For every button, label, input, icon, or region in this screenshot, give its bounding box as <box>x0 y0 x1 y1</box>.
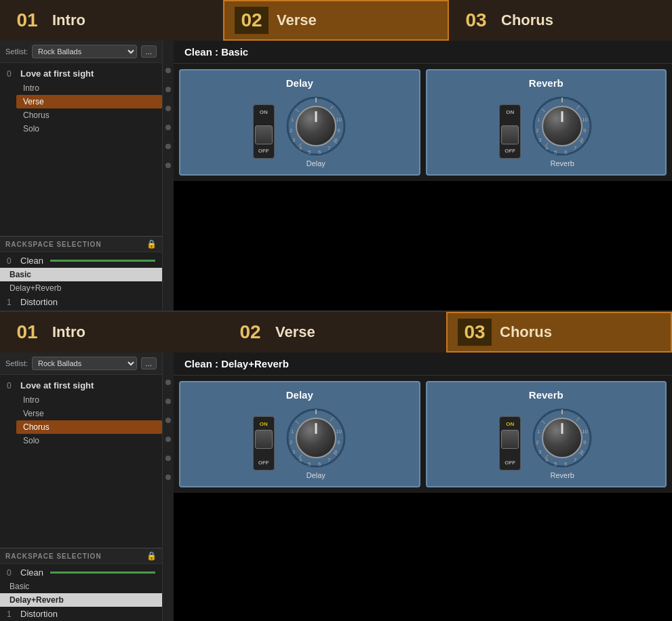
song-list-2: 0 Love at first sight Intro Verse Chorus… <box>0 375 162 450</box>
reverb-knob-2[interactable] <box>542 418 582 458</box>
svg-line-68 <box>537 446 540 447</box>
group-name-1: Clean <box>20 256 43 266</box>
reverb-knob-1[interactable] <box>542 106 582 146</box>
svg-line-70 <box>542 420 545 423</box>
rackspace-label-1: RACKSPACE SELECTION <box>5 241 102 248</box>
reverb-controls-2: ON OFF <box>499 407 593 479</box>
delay-toggle-1[interactable]: ON OFF <box>253 104 275 159</box>
setlist-more-button-1[interactable]: ... <box>141 45 157 58</box>
delay-knob-label-1: Delay <box>307 159 325 167</box>
svg-line-24 <box>537 134 540 136</box>
dot-11 <box>165 456 171 461</box>
part-verse-2[interactable]: 02 Verse <box>223 312 446 353</box>
song-name-2: Love at first sight <box>20 380 94 390</box>
setlist-select-2[interactable]: Rock Ballads <box>32 357 137 370</box>
svg-text:3: 3 <box>292 449 296 455</box>
preset-delay-reverb-1[interactable]: Delay+Reverb <box>0 281 162 295</box>
distortion-group-2: 1 Distortion <box>0 607 162 621</box>
svg-text:9: 9 <box>583 127 587 134</box>
svg-text:10: 10 <box>582 117 588 123</box>
delay-knob-1[interactable] <box>296 106 336 146</box>
toggle-off-text-1: OFF <box>258 148 269 154</box>
part-intro-2[interactable]: 01 Intro <box>0 312 223 353</box>
reverb-toggle-1[interactable]: ON OFF <box>499 104 521 159</box>
delay-toggle-2[interactable]: ON OFF <box>253 416 275 470</box>
song-part-solo-1[interactable]: Solo <box>16 122 162 136</box>
svg-text:7: 7 <box>574 457 577 463</box>
part-name-chorus-2: Chorus <box>500 323 552 341</box>
setlist-more-button-2[interactable]: ... <box>141 357 157 369</box>
part-number-intro-2: 01 <box>10 319 44 346</box>
song-part-intro-2[interactable]: Intro <box>16 393 162 407</box>
reverb-toggle-2[interactable]: ON OFF <box>499 416 521 470</box>
group-num-2: 0 <box>7 568 16 578</box>
delay-module-2: Delay ON OFF <box>179 381 420 487</box>
lock-icon-2: 🔒 <box>146 551 157 561</box>
setlist-label-1: Setlist: <box>5 47 28 56</box>
song-part-solo-2[interactable]: Solo <box>16 434 162 447</box>
part-intro-1[interactable]: 01 Intro <box>0 0 223 41</box>
left-dots-1 <box>163 41 174 310</box>
group-num-1: 0 <box>7 256 16 266</box>
dot-1 <box>165 68 171 73</box>
delay-controls-1: ON OFF <box>253 96 347 167</box>
svg-text:10: 10 <box>582 428 588 435</box>
svg-text:10: 10 <box>336 428 342 435</box>
dot-8 <box>165 399 171 404</box>
group-bar-2 <box>50 572 155 574</box>
panel-2: 01 Intro 02 Verse 03 Chorus Setlist: Roc… <box>0 312 672 621</box>
delay-knob-2[interactable] <box>296 418 336 458</box>
song-part-verse-1[interactable]: Verse <box>16 95 162 108</box>
svg-text:3: 3 <box>538 137 542 143</box>
svg-text:6: 6 <box>564 149 568 155</box>
song-part-chorus-1[interactable]: Chorus <box>16 108 162 122</box>
svg-text:8: 8 <box>334 449 338 455</box>
svg-text:6: 6 <box>318 149 321 155</box>
part-name-intro-1: Intro <box>52 12 85 29</box>
reverb-toggle-on-text-1: ON <box>506 109 514 115</box>
song-part-intro-1[interactable]: Intro <box>16 81 162 95</box>
delay-toggle-on-2: ON <box>260 421 268 427</box>
svg-text:1: 1 <box>291 428 294 435</box>
preset-delay-reverb-2[interactable]: Delay+Reverb <box>0 593 162 607</box>
song-parts-2: Intro Verse Chorus Solo <box>0 393 162 447</box>
preset-basic-2[interactable]: Basic <box>0 580 162 593</box>
svg-text:8: 8 <box>580 137 584 143</box>
song-part-chorus-2[interactable]: Chorus <box>16 420 162 434</box>
part-chorus-1[interactable]: 03 Chorus <box>449 0 672 41</box>
svg-text:7: 7 <box>328 145 331 151</box>
part-number-1: 01 <box>10 7 44 34</box>
svg-line-28 <box>566 100 567 103</box>
svg-line-27 <box>553 100 555 104</box>
delay-knob-label-2: Delay <box>307 471 325 479</box>
svg-text:4: 4 <box>299 457 302 463</box>
svg-line-51 <box>330 417 333 420</box>
delay-knob-outer-1: 1 2 3 4 5 6 7 8 9 10 <box>285 96 347 157</box>
part-name-intro-2: Intro <box>52 323 85 341</box>
part-chorus-2[interactable]: 03 Chorus <box>446 312 672 353</box>
svg-line-4 <box>295 108 298 111</box>
svg-text:1: 1 <box>291 117 294 123</box>
reverb-toggle-off-2: OFF <box>505 460 515 466</box>
part-verse-1[interactable]: 02 Verse <box>223 0 449 41</box>
rackspace-label-2: RACKSPACE SELECTION <box>5 553 102 560</box>
lock-icon-1: 🔒 <box>146 239 157 249</box>
setlist-select-1[interactable]: Rock Ballads <box>32 45 137 58</box>
preset-basic-1[interactable]: Basic <box>0 268 162 281</box>
delay-title-1: Delay <box>286 77 313 89</box>
svg-text:9: 9 <box>583 439 587 445</box>
svg-text:10: 10 <box>336 117 342 123</box>
reverb-knob-label-2: Reverb <box>551 471 574 479</box>
svg-line-48 <box>295 420 298 423</box>
delay-knob-container-1: 1 2 3 4 5 6 7 8 9 10 <box>285 96 347 167</box>
dot-5 <box>165 144 171 149</box>
content-2: Setlist: Rock Ballads ... 0 Love at firs… <box>0 353 672 621</box>
rackspace-section-2: 0 Clean Basic Delay+Reverb 1 Distortion <box>0 564 162 621</box>
dot-3 <box>165 106 171 111</box>
part-number-chorus-1: 03 <box>459 7 493 34</box>
reverb-knob-container-1: 1 2 3 4 5 6 7 8 9 10 <box>532 96 593 167</box>
song-part-verse-2[interactable]: Verse <box>16 407 162 420</box>
dot-10 <box>165 437 171 442</box>
distortion-name-2: Distortion <box>20 609 58 619</box>
svg-text:9: 9 <box>337 127 340 134</box>
